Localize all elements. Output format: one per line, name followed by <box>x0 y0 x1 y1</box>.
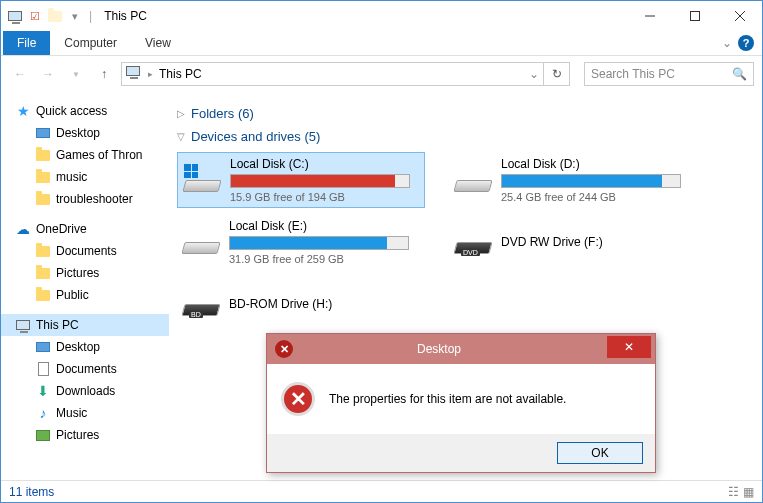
ribbon: File Computer View ⌄ ? <box>1 31 762 56</box>
recent-dropdown-icon[interactable]: ▼ <box>65 63 87 85</box>
chevron-down-icon[interactable]: ▽ <box>177 131 185 142</box>
tree-pc-item[interactable]: Documents <box>1 358 169 380</box>
forward-button[interactable]: → <box>37 63 59 85</box>
address-bar[interactable]: ▸ This PC ⌄ <box>121 62 544 86</box>
tree-quick-access[interactable]: ★Quick access <box>1 100 169 122</box>
up-button[interactable]: ↑ <box>93 63 115 85</box>
tree-label: troubleshooter <box>56 192 133 206</box>
download-icon: ⬇ <box>35 383 51 399</box>
folder-icon <box>35 265 51 281</box>
capacity-bar <box>230 174 410 188</box>
drive-icon <box>181 222 221 262</box>
ok-button[interactable]: OK <box>557 442 643 464</box>
address-dropdown-icon[interactable]: ⌄ <box>529 67 539 81</box>
address-segment[interactable]: This PC <box>159 67 202 81</box>
document-icon <box>35 361 51 377</box>
qat-properties-icon[interactable]: ☑ <box>27 8 43 24</box>
tree-od-item[interactable]: Pictures <box>1 262 169 284</box>
group-devices[interactable]: ▽ Devices and drives (5) <box>177 129 754 144</box>
minimize-button[interactable] <box>627 1 672 31</box>
tree-this-pc[interactable]: This PC <box>1 314 169 336</box>
desktop-icon <box>35 339 51 355</box>
tree-pc-item[interactable]: ♪Music <box>1 402 169 424</box>
drive-icon: DVD <box>453 222 493 262</box>
drive-item[interactable]: DVD DVD RW Drive (F:) <box>449 214 697 270</box>
chevron-right-icon[interactable]: ▷ <box>177 108 185 119</box>
maximize-button[interactable] <box>672 1 717 31</box>
status-bar: 11 items ☷ ▦ <box>1 480 762 502</box>
tree-label: Pictures <box>56 266 99 280</box>
details-view-icon[interactable]: ☷ <box>728 485 739 499</box>
tree-label: Pictures <box>56 428 99 442</box>
cloud-icon: ☁ <box>15 221 31 237</box>
folder-icon <box>35 287 51 303</box>
title-bar: ☑ ▾ | This PC <box>1 1 762 31</box>
music-icon: ♪ <box>35 405 51 421</box>
qat-dropdown-icon[interactable]: ▾ <box>67 8 83 24</box>
tree-label: Documents <box>56 244 117 258</box>
drive-name: BD-ROM Drive (H:) <box>229 297 421 311</box>
navbar: ← → ▼ ↑ ▸ This PC ⌄ ↻ Search This PC 🔍 <box>1 56 762 92</box>
drive-item[interactable]: Local Disk (E:)31.9 GB free of 259 GB <box>177 214 425 270</box>
tree-label: Documents <box>56 362 117 376</box>
dialog-close-button[interactable]: ✕ <box>607 336 651 358</box>
drive-item[interactable]: Local Disk (D:)25.4 GB free of 244 GB <box>449 152 697 208</box>
drive-free: 15.9 GB free of 194 GB <box>230 191 420 203</box>
capacity-bar <box>501 174 681 188</box>
group-label: Folders (6) <box>191 106 254 121</box>
qat-newfolder-icon[interactable] <box>47 8 63 24</box>
tree-label: This PC <box>36 318 79 332</box>
drive-icon: BD <box>181 284 221 324</box>
dialog-titlebar[interactable]: ✕ Desktop ✕ <box>267 334 655 364</box>
tree-label: music <box>56 170 87 184</box>
picture-icon <box>35 427 51 443</box>
tab-computer[interactable]: Computer <box>50 31 131 55</box>
search-icon[interactable]: 🔍 <box>732 67 747 81</box>
dialog-footer: OK <box>267 434 655 472</box>
dialog-body: ✕ The properties for this item are not a… <box>267 364 655 434</box>
back-button[interactable]: ← <box>9 63 31 85</box>
tree-qa-item[interactable]: Games of Thron <box>1 144 169 166</box>
search-input[interactable]: Search This PC 🔍 <box>584 62 754 86</box>
tree-label: Public <box>56 288 89 302</box>
tree-od-item[interactable]: Documents <box>1 240 169 262</box>
tab-view[interactable]: View <box>131 31 185 55</box>
large-icons-view-icon[interactable]: ▦ <box>743 485 754 499</box>
tree-onedrive[interactable]: ☁OneDrive <box>1 218 169 240</box>
window-title: This PC <box>104 9 147 23</box>
tab-file[interactable]: File <box>3 31 50 55</box>
drive-name: DVD RW Drive (F:) <box>501 235 693 249</box>
status-items: 11 items <box>9 485 54 499</box>
tree-qa-item[interactable]: Desktop <box>1 122 169 144</box>
pc-icon <box>15 317 31 333</box>
drive-item[interactable]: BD BD-ROM Drive (H:) <box>177 276 425 332</box>
chevron-right-icon[interactable]: ▸ <box>148 69 153 79</box>
help-icon[interactable]: ? <box>738 35 754 51</box>
tree-pc-item[interactable]: ⬇Downloads <box>1 380 169 402</box>
tree-label: Downloads <box>56 384 115 398</box>
desktop-icon <box>35 125 51 141</box>
drive-name: Local Disk (C:) <box>230 157 420 171</box>
tree-qa-item[interactable]: troubleshooter <box>1 188 169 210</box>
close-button[interactable] <box>717 1 762 31</box>
qat: ☑ ▾ <box>7 8 83 24</box>
tree-qa-item[interactable]: music <box>1 166 169 188</box>
tree-label: Games of Thron <box>56 148 142 162</box>
folder-icon <box>35 191 51 207</box>
group-folders[interactable]: ▷ Folders (6) <box>177 106 754 121</box>
window-controls <box>627 1 762 31</box>
nav-tree: ★Quick access Desktop Games of Thron mus… <box>1 92 169 478</box>
tree-od-item[interactable]: Public <box>1 284 169 306</box>
tree-label: Music <box>56 406 87 420</box>
tree-pc-item[interactable]: Desktop <box>1 336 169 358</box>
tree-label: OneDrive <box>36 222 87 236</box>
drives-list: Local Disk (C:)15.9 GB free of 194 GB Lo… <box>177 152 754 332</box>
drive-name: Local Disk (D:) <box>501 157 693 171</box>
group-label: Devices and drives (5) <box>191 129 320 144</box>
drive-item[interactable]: Local Disk (C:)15.9 GB free of 194 GB <box>177 152 425 208</box>
tree-pc-item[interactable]: Pictures <box>1 424 169 446</box>
refresh-button[interactable]: ↻ <box>544 62 570 86</box>
ribbon-expand-icon[interactable]: ⌄ <box>722 36 732 50</box>
dialog-title-icon: ✕ <box>275 340 293 358</box>
divider: | <box>89 9 92 23</box>
